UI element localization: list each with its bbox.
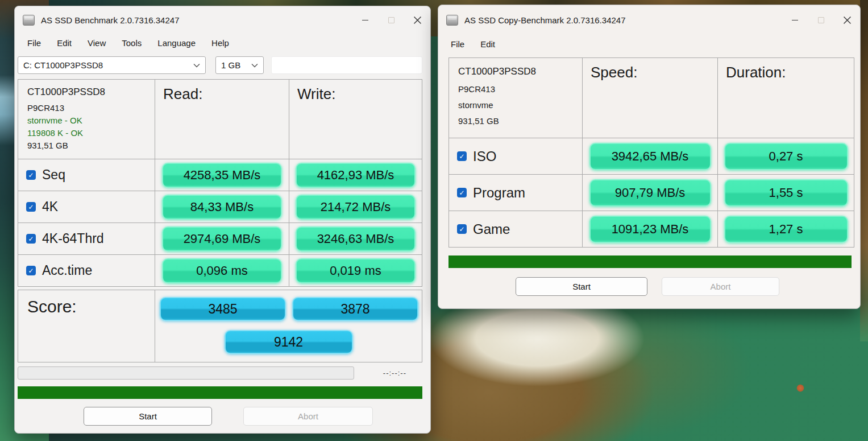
result-pill: 1,27 s [724,216,848,243]
drive-firmware: P9CR413 [27,103,64,113]
4k-write-cell: 214,72 MB/s [289,191,422,222]
seq-write-cell: 4162,93 MB/s [289,159,422,191]
chevron-down-icon [251,63,258,68]
result-pill: 4258,35 MB/s [162,163,282,188]
row-label-text: Seq [42,167,65,183]
close-button[interactable] [404,6,430,34]
abort-button[interactable]: Abort [243,407,373,426]
menu-item-tools[interactable]: Tools [114,36,149,50]
row-label-text: 4K [42,199,58,215]
controls-row: C: CT1000P3PSSD8 1 GB [18,56,422,74]
acctime-write-cell: 0,019 ms [289,254,422,286]
drive-firmware: P9CR413 [458,84,495,94]
drive-info-panel: CT1000P3PSSD8 P9CR413 stornvme - OK 1198… [18,80,155,159]
close-icon [844,17,851,24]
row-label-text: 4K-64Thrd [42,231,104,246]
elapsed-time: --:--:-- [383,369,406,377]
drive-model: CT1000P3PSSD8 [27,86,105,98]
app-icon [446,15,458,26]
duration-column-header: Duration: [717,58,854,138]
row-label-game: ✓ Game [449,211,582,247]
benchmark-table: CT1000P3PSSD8 P9CR413 stornvme - OK 1198… [18,79,422,287]
program-checkbox[interactable]: ✓ [457,188,467,197]
status-bar [448,255,852,268]
row-label-text: Game [473,221,510,237]
menu-item-edit[interactable]: Edit [473,38,502,51]
window-title: AS SSD Benchmark 2.0.7316.34247 [41,15,180,25]
row-label-iso: ✓ ISO [449,138,582,174]
test-size-value: 1 GB [221,60,240,70]
status-field [271,56,422,74]
progress-bar [18,366,354,380]
row-label-acctime: ✓ Acc.time [18,254,155,286]
seq-read-cell: 4258,35 MB/s [155,159,289,191]
result-pill: 907,79 MB/s [589,179,711,207]
driver-name: stornvme [458,100,493,110]
iso-checkbox[interactable]: ✓ [457,151,467,161]
menubar: File Edit [438,35,860,53]
window-controls [352,6,430,34]
4k-checkbox[interactable]: ✓ [26,202,36,212]
result-pill: 4162,93 MB/s [296,163,416,188]
window-controls [782,5,860,35]
acctime-checkbox[interactable]: ✓ [26,266,36,275]
total-score-pill: 9142 [225,330,353,354]
as-ssd-benchmark-window: AS SSD Benchmark 2.0.7316.34247 File Edi… [14,6,431,434]
speed-column-header: Speed: [582,58,717,138]
score-section: Score: 3485 3878 9142 [18,290,422,362]
drive-info-panel: CT1000P3PSSD8 P9CR413 stornvme 931,51 GB [449,58,582,138]
menu-item-language[interactable]: Language [150,36,203,50]
drive-select[interactable]: C: CT1000P3PSSD8 [18,56,206,74]
maximize-icon [818,17,824,23]
copy-benchmark-table: CT1000P3PSSD8 P9CR413 stornvme 931,51 GB… [448,57,854,248]
minimize-icon [792,20,798,20]
menu-item-file[interactable]: File [451,38,472,51]
menu-item-view[interactable]: View [80,36,113,50]
start-button[interactable]: Start [84,407,212,426]
maximize-button[interactable] [378,6,404,34]
menubar: File Edit View Tools Language Help [15,34,430,52]
drive-select-value: C: CT1000P3PSSD8 [23,60,103,70]
seq-checkbox[interactable]: ✓ [26,170,36,180]
row-label-4k: ✓ 4K [18,191,155,222]
abort-button[interactable]: Abort [662,277,779,296]
game-checkbox[interactable]: ✓ [457,224,467,234]
alignment-status: 119808 K - OK [27,128,83,138]
game-duration-cell: 1,27 s [717,211,854,247]
close-button[interactable] [834,5,860,35]
read-column-header: Read: [155,80,289,159]
game-speed-cell: 1091,23 MB/s [582,211,717,247]
row-label-text: ISO [473,149,496,164]
drive-capacity: 931,51 GB [27,141,68,150]
result-pill: 2974,69 MB/s [162,226,282,252]
row-label-4k64thrd: ✓ 4K-64Thrd [18,222,155,254]
4k64thrd-read-cell: 2974,69 MB/s [155,222,289,254]
4k-read-cell: 84,33 MB/s [155,191,289,222]
test-size-select[interactable]: 1 GB [215,56,264,74]
menu-item-edit[interactable]: Edit [49,36,79,50]
maximize-button[interactable] [808,5,834,35]
minimize-button[interactable] [352,6,378,34]
acctime-read-cell: 0,096 ms [155,254,289,286]
4k64thrd-write-cell: 3246,63 MB/s [289,222,422,254]
iso-speed-cell: 3942,65 MB/s [582,138,717,174]
menu-item-file[interactable]: File [27,36,48,50]
app-icon [23,15,35,26]
write-column-header: Write: [289,80,422,159]
program-speed-cell: 907,79 MB/s [582,174,717,211]
window-title: AS SSD Copy-Benchmark 2.0.7316.34247 [464,15,626,25]
result-pill: 1,55 s [724,179,848,207]
score-label: Score: [18,290,155,362]
4k64thrd-checkbox[interactable]: ✓ [26,234,36,244]
row-label-seq: ✓ Seq [18,159,155,191]
driver-status: stornvme - OK [27,116,82,125]
minimize-button[interactable] [782,5,808,35]
start-button[interactable]: Start [516,277,647,296]
progress-row: --:--:-- [18,366,422,380]
row-label-program: ✓ Program [449,174,582,211]
chevron-down-icon [193,63,200,68]
score-content: 3485 3878 9142 [155,290,422,362]
close-icon [414,17,421,24]
menu-item-help[interactable]: Help [204,36,236,50]
minimize-icon [362,20,368,20]
